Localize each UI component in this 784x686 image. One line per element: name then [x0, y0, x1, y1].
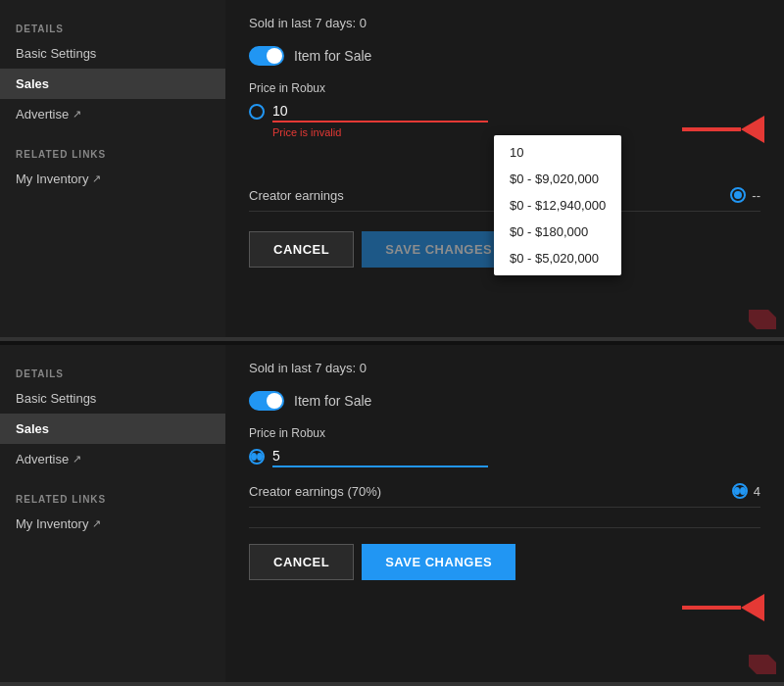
external-link-icon-inv: ↗	[92, 172, 101, 185]
panel-2: DETAILS Basic Settings Sales Advertise ↗…	[0, 345, 784, 686]
price-input-row-2	[249, 446, 760, 467]
main-content-1: Sold in last 7 days: 0 Item for Sale Pri…	[225, 0, 784, 337]
price-label-2: Price in Robux	[249, 426, 760, 440]
creator-radio-1	[730, 187, 746, 203]
sidebar-item-label: Sales	[16, 421, 49, 436]
toggle-row-2: Item for Sale	[249, 391, 760, 411]
dropdown-item-0[interactable]: 10	[494, 139, 621, 166]
creator-label-1: Creator earnings	[249, 188, 344, 203]
arrow-indicator-2	[682, 594, 764, 621]
svg-marker-1	[749, 655, 776, 674]
sidebar-item-label: Advertise	[16, 452, 69, 466]
arrow-head-2	[741, 594, 764, 621]
price-input-1[interactable]	[272, 101, 488, 122]
arrow-line-2	[682, 606, 741, 610]
sidebar-item-label: My Inventory	[16, 172, 88, 186]
dropdown-item-3[interactable]: $0 - $180,000	[494, 219, 621, 245]
sidebar-item-basic-settings-1[interactable]: Basic Settings	[0, 38, 225, 69]
creator-row-2: Creator earnings (70%) 4	[249, 483, 760, 508]
price-input-2[interactable]	[272, 446, 488, 467]
sidebar-item-basic-settings-2[interactable]: Basic Settings	[0, 383, 225, 414]
price-radio-2[interactable]	[249, 449, 265, 465]
creator-radio-2	[732, 483, 748, 499]
divider-line-2	[249, 527, 760, 528]
sidebar-1: DETAILS Basic Settings Sales Advertise ↗…	[0, 0, 225, 337]
main-content-2: Sold in last 7 days: 0 Item for Sale Pri…	[225, 345, 784, 682]
sidebar-item-advertise-2[interactable]: Advertise ↗	[0, 444, 225, 474]
item-for-sale-toggle-1[interactable]	[249, 46, 284, 66]
sidebar-item-inventory-2[interactable]: My Inventory ↗	[0, 509, 225, 539]
save-button-2[interactable]: SAVE CHANGES	[362, 544, 515, 580]
price-dropdown-1[interactable]: 10 $0 - $9,020,000 $0 - $12,940,000 $0 -…	[494, 135, 621, 275]
sidebar-item-sales-2[interactable]: Sales	[0, 414, 225, 444]
price-radio-1[interactable]	[249, 104, 265, 120]
creator-label-2: Creator earnings (70%)	[249, 484, 381, 499]
sidebar-item-label: Basic Settings	[16, 391, 96, 406]
toggle-label-1: Item for Sale	[294, 48, 371, 64]
dropdown-item-1[interactable]: $0 - $9,020,000	[494, 166, 621, 192]
dropdown-item-4[interactable]: $0 - $5,020,000	[494, 245, 621, 271]
cancel-button-1[interactable]: CANCEL	[249, 231, 354, 268]
svg-marker-0	[749, 310, 776, 329]
dropdown-item-2[interactable]: $0 - $12,940,000	[494, 192, 621, 219]
sidebar-item-inventory-1[interactable]: My Inventory ↗	[0, 164, 225, 194]
sold-text-2: Sold in last 7 days: 0	[249, 361, 760, 375]
arrow-indicator-1	[682, 116, 764, 143]
details-label-2: DETAILS	[0, 361, 225, 383]
sidebar-item-sales-1[interactable]: Sales	[0, 69, 225, 99]
roblox-watermark-2	[749, 655, 776, 674]
sidebar-item-label: Advertise	[16, 107, 69, 122]
toggle-row-1: Item for Sale	[249, 46, 760, 66]
external-link-icon: ↗	[73, 108, 81, 121]
panel-1: DETAILS Basic Settings Sales Advertise ↗…	[0, 0, 784, 341]
external-link-icon-2: ↗	[73, 453, 81, 466]
sidebar-2: DETAILS Basic Settings Sales Advertise ↗…	[0, 345, 225, 682]
cancel-button-2[interactable]: CANCEL	[249, 544, 354, 580]
arrow-head-1	[741, 116, 764, 143]
details-label-1: DETAILS	[0, 16, 225, 38]
sidebar-item-label: Basic Settings	[16, 46, 96, 61]
sidebar-item-label: Sales	[16, 76, 49, 91]
related-links-label-2: RELATED LINKS	[0, 486, 225, 509]
roblox-watermark-1	[749, 310, 776, 329]
buttons-row-2: CANCEL SAVE CHANGES	[249, 544, 760, 580]
item-for-sale-toggle-2[interactable]	[249, 391, 284, 411]
creator-earnings-1: --	[752, 188, 760, 203]
sidebar-item-label: My Inventory	[16, 516, 88, 531]
save-button-1[interactable]: SAVE CHANGES	[362, 231, 515, 268]
price-label-1: Price in Robux	[249, 81, 760, 95]
arrow-line-1	[682, 127, 741, 131]
creator-value-1: --	[730, 187, 760, 203]
creator-earnings-2: 4	[754, 484, 760, 499]
sidebar-item-advertise-1[interactable]: Advertise ↗	[0, 99, 225, 129]
sold-text-1: Sold in last 7 days: 0	[249, 16, 760, 30]
related-links-label-1: RELATED LINKS	[0, 141, 225, 164]
toggle-label-2: Item for Sale	[294, 393, 371, 409]
creator-value-2: 4	[732, 483, 760, 499]
external-link-icon-inv-2: ↗	[92, 517, 101, 530]
